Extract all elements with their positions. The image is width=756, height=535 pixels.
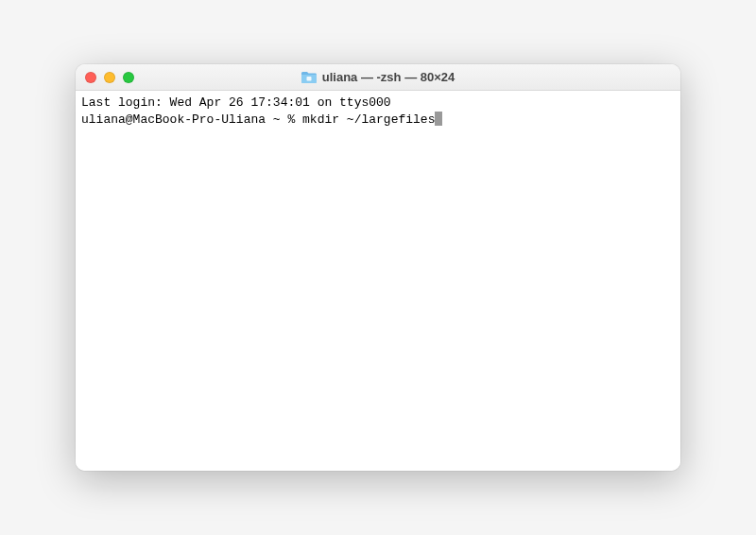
shell-prompt: uliana@MacBook-Pro-Uliana ~ % bbox=[81, 112, 302, 129]
command-input[interactable]: mkdir ~/largefiles bbox=[302, 112, 435, 129]
last-login-line: Last login: Wed Apr 26 17:34:01 on ttys0… bbox=[81, 95, 675, 112]
terminal-window: uliana — -zsh — 80×24 Last login: Wed Ap… bbox=[76, 64, 680, 471]
cursor bbox=[435, 112, 442, 126]
svg-rect-0 bbox=[306, 77, 311, 81]
titlebar[interactable]: uliana — -zsh — 80×24 bbox=[76, 64, 680, 91]
folder-icon bbox=[301, 71, 317, 83]
terminal-body[interactable]: Last login: Wed Apr 26 17:34:01 on ttys0… bbox=[76, 91, 680, 471]
minimize-button[interactable] bbox=[104, 72, 115, 83]
traffic-lights bbox=[85, 72, 134, 83]
close-button[interactable] bbox=[85, 72, 96, 83]
prompt-line: uliana@MacBook-Pro-Uliana ~ % mkdir ~/la… bbox=[81, 112, 675, 129]
window-title-container: uliana — -zsh — 80×24 bbox=[301, 70, 455, 84]
maximize-button[interactable] bbox=[123, 72, 134, 83]
window-title: uliana — -zsh — 80×24 bbox=[322, 70, 455, 84]
